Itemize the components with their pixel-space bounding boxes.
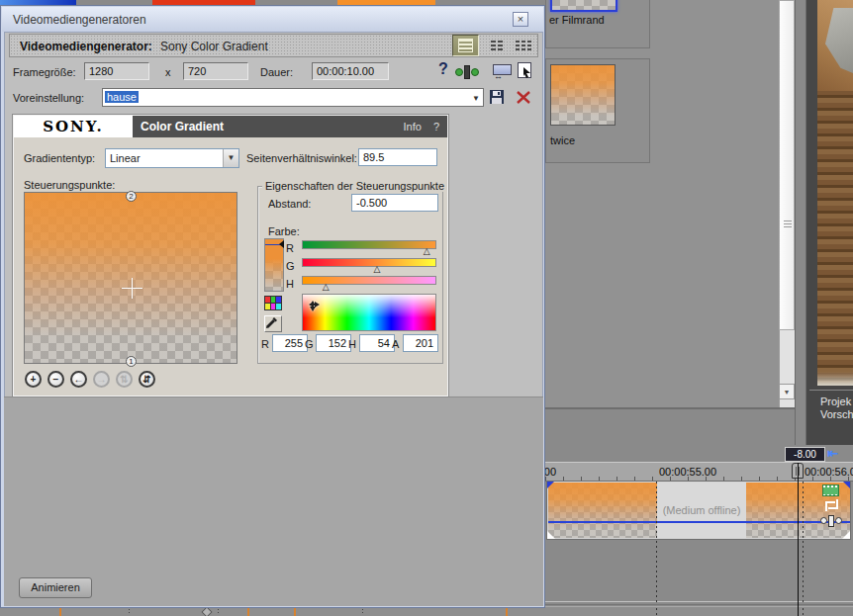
gradient-crosshair[interactable]: [122, 278, 142, 299]
panel-splitter[interactable]: [795, 0, 796, 445]
color-picker-field[interactable]: [302, 294, 436, 331]
ruler-label-55: 00:00:55.00: [659, 466, 716, 478]
event-thumb-left: [548, 483, 657, 538]
plugin-brand-cell: SONY.: [14, 116, 133, 137]
match-event-size-icon[interactable]: ↔: [492, 62, 513, 79]
event-volume-envelope[interactable]: [548, 521, 850, 523]
playhead-line[interactable]: [798, 463, 799, 616]
gradient-type-combobox[interactable]: Linear ▼: [105, 148, 239, 168]
view-mode-two-col-button[interactable]: [485, 38, 509, 54]
remove-point-button[interactable]: −: [47, 371, 64, 388]
track-mark: [129, 609, 130, 615]
keyframe-area: [4, 396, 543, 606]
event-plugin-icon[interactable]: [820, 514, 842, 527]
view-mode-three-col-button[interactable]: [511, 38, 536, 54]
plugin-help-link[interactable]: ?: [433, 121, 439, 132]
plugin-bar: [464, 65, 470, 79]
slider-g-thumb[interactable]: △: [374, 265, 381, 274]
palette-cell: [265, 297, 270, 303]
plugin-chain-icon[interactable]: [455, 64, 479, 79]
distance-label: Abstand:: [268, 198, 311, 210]
list-scrollbar-thumb[interactable]: [779, 0, 795, 330]
picker-cursor[interactable]: [307, 299, 320, 311]
event-offline-section: (Medium offline): [657, 483, 746, 538]
save-preset-button[interactable]: [488, 89, 506, 106]
duration-field[interactable]: 00:00:10.00: [312, 62, 389, 80]
view-mode-single-button[interactable]: [452, 35, 479, 56]
generator-thumb-twice[interactable]: [550, 64, 616, 126]
selected-color-swatch[interactable]: [264, 238, 284, 292]
event-corner-bl[interactable]: [547, 531, 555, 539]
list-view-icon: [521, 41, 525, 52]
channel-a-label: A: [392, 338, 399, 350]
dialog-titlebar[interactable]: Videomediengeneratoren ×: [2, 7, 543, 32]
close-icon[interactable]: ×: [513, 12, 528, 27]
plugin-bar: [828, 515, 834, 527]
preview-image-bottom-light: [817, 372, 853, 386]
twice-thumb-gradient: [551, 65, 615, 125]
frame-width-field[interactable]: 1280: [84, 62, 149, 80]
channel-a-field[interactable]: 201: [403, 334, 438, 352]
eyedropper-button[interactable]: [264, 315, 282, 332]
spread-points-button[interactable]: ⇵: [139, 371, 155, 388]
framesize-label: Framegröße:: [13, 66, 76, 78]
chevron-down-icon[interactable]: ▼: [472, 94, 480, 103]
control-point-1-badge[interactable]: 1: [126, 356, 137, 367]
track-mark: [362, 609, 363, 615]
sony-logo: SONY.: [43, 118, 104, 135]
timeline-event[interactable]: (Medium offline): [546, 481, 851, 540]
slider-h-thumb[interactable]: △: [323, 283, 330, 292]
prev-point-button[interactable]: ←: [70, 371, 87, 388]
gradient-type-value: Linear: [110, 152, 141, 164]
timeline-rate-arrow-icon[interactable]: ⇤: [827, 446, 838, 461]
help-icon[interactable]: ?: [438, 60, 448, 78]
generator-item-label[interactable]: er Filmrand: [549, 14, 605, 26]
generator-thumb-filmrand[interactable]: [550, 0, 617, 12]
medium-offline-label: (Medium offline): [663, 504, 741, 516]
slider-r-container: △: [302, 247, 436, 257]
event-corner-br[interactable]: [842, 531, 850, 539]
generator-item-label[interactable]: twice: [550, 134, 575, 146]
palette-cell: [276, 304, 281, 309]
channel-h-field[interactable]: 54: [359, 334, 395, 352]
list-scrollbar-down-button[interactable]: ▼: [779, 384, 795, 399]
panel-bottom-border: [545, 407, 795, 409]
palette-icon[interactable]: [264, 296, 282, 310]
track-mark: [218, 609, 219, 615]
list-view-icon: [527, 41, 531, 52]
stop-marker-arrow[interactable]: [275, 240, 284, 248]
event-thumb-gradient: [548, 483, 657, 538]
plugin-info-link[interactable]: Info: [404, 121, 422, 132]
event-crop-icon[interactable]: [825, 499, 837, 510]
plugin-title-bar: Color Gradient Info ?: [133, 116, 447, 137]
track-mark: [656, 608, 657, 616]
snap-line-dotted: [803, 482, 804, 603]
event-fade-handle-tr[interactable]: [843, 482, 850, 488]
gradient-preview[interactable]: 2 1: [24, 192, 237, 364]
track-bottom-line: [545, 601, 853, 602]
vegas-workspace: er Filmrand twice ▼ Projek Vorsch -8.00 …: [0, 0, 853, 616]
delete-preset-button[interactable]: [515, 89, 532, 106]
aspect-angle-label: Seitenverhältniswinkel:: [246, 152, 357, 164]
add-point-button[interactable]: +: [25, 371, 42, 388]
duration-label: Dauer:: [260, 66, 293, 78]
aspect-angle-field[interactable]: 89.5: [358, 148, 437, 166]
chevron-down-icon[interactable]: ▼: [223, 149, 238, 167]
slider-r-thumb[interactable]: △: [424, 247, 430, 256]
channel-r-label: R: [261, 338, 269, 350]
edit-generated-media-icon[interactable]: [516, 61, 535, 79]
animate-button[interactable]: Animieren: [19, 577, 92, 598]
frame-height-field[interactable]: 720: [183, 62, 248, 80]
playhead-grip: [799, 467, 800, 476]
event-fade-handle-tl[interactable]: [547, 482, 554, 488]
slider-g-label: G: [286, 260, 295, 272]
event-edge-tick: [59, 608, 61, 616]
timeline-rate-box[interactable]: -8.00: [785, 447, 825, 462]
channel-r-field[interactable]: 255: [272, 334, 308, 352]
video-media-generators-dialog: Videomediengeneratoren × Videomediengene…: [0, 5, 545, 608]
event-media-icon[interactable]: [822, 484, 839, 496]
channel-g-field[interactable]: 152: [316, 334, 351, 352]
preset-combobox[interactable]: hause ▼: [102, 88, 484, 107]
distance-field[interactable]: -0.500: [351, 194, 438, 212]
control-point-2-badge[interactable]: 2: [126, 191, 137, 202]
